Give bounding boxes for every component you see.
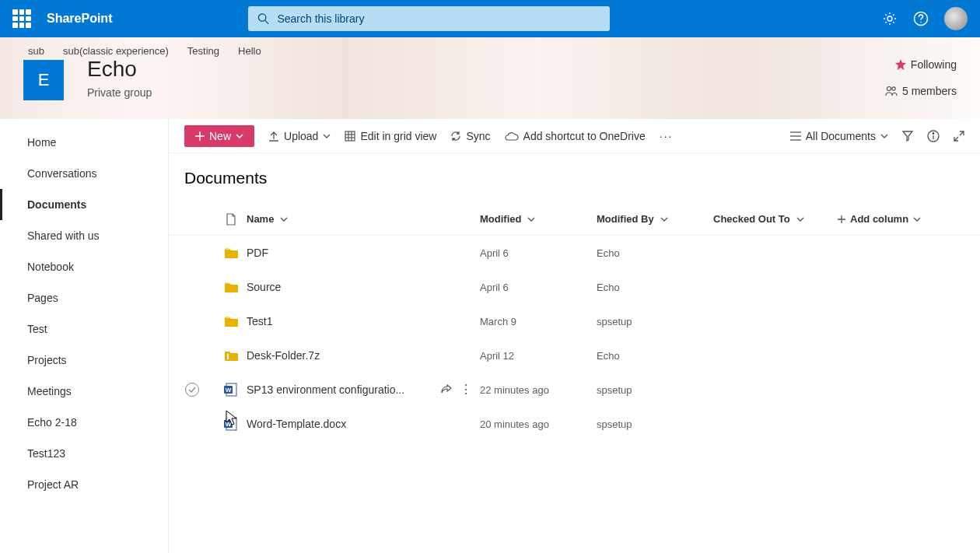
info-icon[interactable] — [927, 130, 940, 142]
site-banner: sub sub(classic experience) Testing Hell… — [0, 37, 980, 119]
file-icon — [215, 316, 247, 327]
modified-by: spsetup — [597, 316, 713, 327]
modified-by: Echo — [597, 282, 713, 293]
expand-icon[interactable] — [954, 131, 964, 142]
chevron-down-icon — [527, 217, 535, 222]
app-launcher-icon[interactable] — [12, 9, 31, 28]
members-label: 5 members — [902, 85, 957, 97]
page-title: Documents — [169, 153, 980, 195]
svg-rect-18 — [227, 354, 229, 359]
table-row[interactable]: Desk-Folder.7zApril 12Echo — [169, 338, 980, 373]
star-icon — [895, 59, 906, 70]
hub-nav: sub sub(classic experience) Testing Hell… — [0, 37, 980, 57]
grid-icon — [345, 131, 355, 142]
site-title[interactable]: Echo — [87, 57, 152, 82]
members-button[interactable]: 5 members — [885, 85, 957, 97]
svg-rect-7 — [345, 131, 355, 141]
column-name[interactable]: Name — [247, 213, 480, 225]
file-name[interactable]: Source — [247, 281, 281, 293]
nav-documents[interactable]: Documents — [0, 189, 168, 220]
left-nav[interactable]: Home Conversations Documents Shared with… — [0, 119, 168, 553]
nav-test123[interactable]: Test123 — [0, 438, 168, 469]
filter-icon[interactable] — [902, 131, 913, 142]
hubnav-link[interactable]: Testing — [187, 45, 219, 57]
shortcut-button[interactable]: Add shortcut to OneDrive — [505, 130, 646, 142]
file-icon — [215, 350, 247, 361]
chevron-down-icon — [880, 134, 888, 138]
site-privacy: Private group — [87, 86, 152, 99]
svg-point-17 — [933, 132, 934, 134]
nav-meetings[interactable]: Meetings — [0, 376, 168, 407]
modified-by: Echo — [597, 350, 713, 362]
view-selector[interactable]: All Documents — [790, 130, 888, 142]
file-type-icon[interactable] — [226, 213, 236, 226]
site-logo[interactable]: E — [23, 60, 64, 100]
modified-by: spsetup — [597, 418, 713, 430]
svg-point-5 — [887, 87, 891, 91]
new-label: New — [209, 130, 231, 142]
search-box[interactable] — [248, 6, 610, 31]
select-circle[interactable] — [185, 383, 199, 397]
file-icon — [215, 247, 247, 258]
nav-home[interactable]: Home — [0, 127, 168, 158]
nav-notebook[interactable]: Notebook — [0, 251, 168, 282]
help-icon[interactable] — [913, 11, 929, 26]
file-name[interactable]: Word-Template.docx — [247, 418, 346, 430]
add-column-button[interactable]: Add column — [838, 213, 923, 225]
table-row[interactable]: WSP13 environment configuratio...⋮22 min… — [169, 373, 980, 407]
sync-button[interactable]: Sync — [450, 130, 490, 142]
nav-projects[interactable]: Projects — [0, 345, 168, 376]
chevron-down-icon — [796, 217, 804, 222]
column-modified[interactable]: Modified — [480, 213, 597, 225]
modified-date: April 6 — [480, 247, 597, 259]
hubnav-link[interactable]: sub(classic experience) — [63, 45, 169, 57]
nav-conversations[interactable]: Conversations — [0, 158, 168, 189]
file-name[interactable]: Test1 — [247, 315, 272, 327]
following-label: Following — [911, 58, 957, 71]
column-modifiedby[interactable]: Modified By — [597, 213, 713, 225]
file-name[interactable]: SP13 environment configuratio... — [247, 383, 404, 396]
sync-icon — [450, 131, 461, 142]
modified-date: 20 minutes ago — [480, 418, 597, 430]
table-row[interactable]: PDFApril 6Echo — [169, 236, 980, 270]
more-icon[interactable]: ⋮ — [460, 384, 472, 395]
chevron-down-icon — [660, 217, 668, 222]
suite-header: SharePoint — [0, 0, 980, 37]
file-name[interactable]: Desk-Folder.7z — [247, 349, 320, 362]
edit-grid-button[interactable]: Edit in grid view — [345, 130, 436, 142]
column-checkedout[interactable]: Checked Out To — [713, 213, 838, 225]
brand-label[interactable]: SharePoint — [47, 12, 112, 26]
hubnav-link[interactable]: sub — [28, 45, 44, 57]
file-name[interactable]: PDF — [247, 247, 268, 259]
share-icon[interactable] — [441, 384, 452, 395]
upload-button[interactable]: Upload — [268, 130, 331, 142]
modified-by: spsetup — [597, 384, 713, 396]
table-row[interactable]: SourceApril 6Echo — [169, 270, 980, 304]
settings-icon[interactable] — [882, 11, 898, 26]
svg-text:W: W — [226, 421, 232, 428]
following-button[interactable]: Following — [885, 58, 957, 71]
user-avatar[interactable] — [944, 7, 968, 30]
command-bar: New Upload Edit in grid view Sync Add sh… — [169, 119, 980, 153]
hubnav-link[interactable]: Hello — [238, 45, 261, 57]
new-button[interactable]: New — [184, 125, 254, 147]
search-input[interactable] — [277, 12, 600, 25]
svg-line-1 — [265, 20, 268, 23]
sync-label: Sync — [466, 130, 490, 142]
more-button[interactable]: ··· — [660, 130, 674, 142]
modified-date: March 9 — [480, 316, 597, 327]
nav-test[interactable]: Test — [0, 313, 168, 345]
chevron-down-icon — [280, 217, 288, 222]
edit-grid-label: Edit in grid view — [360, 130, 436, 142]
column-headers: Name Modified Modified By Checked Out To — [169, 203, 980, 236]
plus-icon — [838, 215, 845, 223]
table-row[interactable]: WWord-Template.docx20 minutes agospsetup — [169, 407, 980, 441]
onedrive-icon — [505, 131, 519, 141]
nav-echo218[interactable]: Echo 2-18 — [0, 407, 168, 438]
nav-pages[interactable]: Pages — [0, 282, 168, 313]
nav-shared[interactable]: Shared with us — [0, 220, 168, 251]
people-icon — [885, 86, 898, 96]
table-row[interactable]: Test1March 9spsetup — [169, 304, 980, 338]
svg-text:W: W — [226, 387, 232, 394]
nav-projectar[interactable]: Project AR — [0, 469, 168, 500]
